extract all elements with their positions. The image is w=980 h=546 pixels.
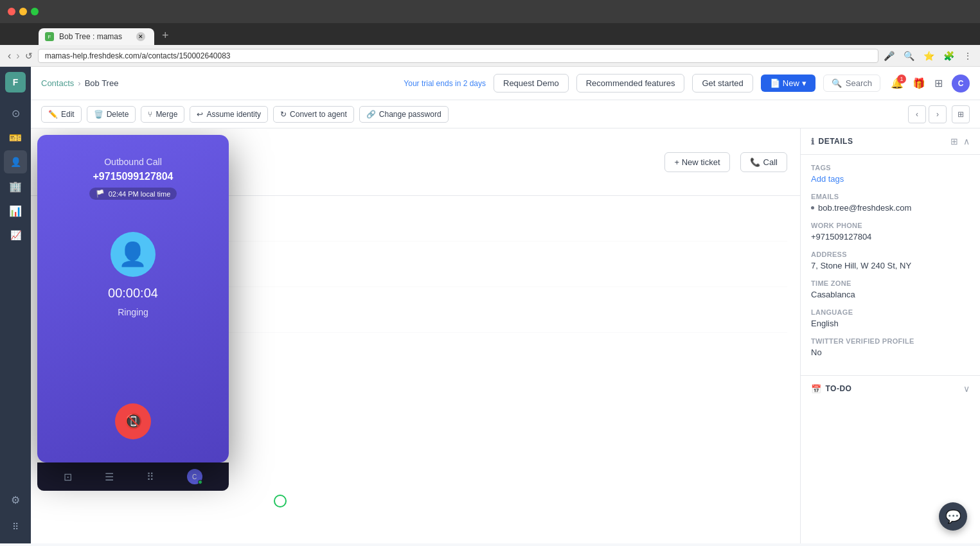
address-value: 7, Stone Hill, W 240 St, NY <box>811 261 970 270</box>
breadcrumb-current: Bob Tree <box>85 78 119 88</box>
hangup-button[interactable]: 📵 <box>115 403 151 439</box>
sidebar-item-contacts[interactable]: 👤 <box>4 150 27 173</box>
browser-chrome <box>0 0 980 23</box>
details-panel: ℹ DETAILS ⊞ ∧ Tags Add tags Emails <box>800 128 980 543</box>
top-icons: 🔔 1 🎁 ⊞ C <box>891 75 970 92</box>
traffic-lights <box>8 8 39 15</box>
delete-button[interactable]: 🗑️ Delete <box>87 106 136 123</box>
prev-contact-button[interactable]: ‹ <box>908 105 926 123</box>
todo-title: 📅 TO-DO <box>811 384 851 394</box>
sidebar-item-analytics[interactable]: 📈 <box>4 224 27 247</box>
breadcrumb: Contacts › Bob Tree <box>41 78 118 88</box>
chat-bubble[interactable]: 💬 <box>939 502 967 531</box>
layout-toggle-button[interactable]: ⊞ <box>952 105 970 123</box>
work-phone-label: Work Phone <box>811 222 970 229</box>
active-tab[interactable]: F Bob Tree : mamas ✕ <box>39 28 154 45</box>
todo-header[interactable]: 📅 TO-DO ∨ <box>801 376 980 401</box>
add-tags-link[interactable]: Add tags <box>811 174 970 184</box>
phone-icon: 📞 <box>750 157 760 167</box>
call-avatar-circle: 👤 <box>111 232 156 277</box>
request-demo-button[interactable]: Request Demo <box>494 74 569 92</box>
sidebar-item-settings[interactable]: ⚙ <box>4 488 27 511</box>
tab-close-icon[interactable]: ✕ <box>136 32 145 41</box>
tab-bar: F Bob Tree : mamas ✕ + <box>0 23 980 45</box>
bookmark-icon[interactable]: ⭐ <box>923 51 934 61</box>
details-title: ℹ DETAILS <box>811 137 853 146</box>
details-body: Tags Add tags Emails bob.tree@freshdesk.… <box>801 155 980 375</box>
grid-apps-icon[interactable]: ⠿ <box>147 471 154 483</box>
next-contact-button[interactable]: › <box>929 105 947 123</box>
traffic-green[interactable] <box>31 8 39 15</box>
new-button[interactable]: 📄 New ▾ <box>761 75 815 92</box>
sidebar-item-companies[interactable]: 🏢 <box>4 175 27 198</box>
email-value: bob.tree@freshdesk.com <box>818 203 911 213</box>
work-phone-field: Work Phone +971509127804 <box>811 222 970 242</box>
merge-icon: ⑂ <box>148 110 152 119</box>
traffic-red[interactable] <box>8 8 15 15</box>
sidebar-item-dashboard[interactable]: ⊙ <box>4 101 27 125</box>
reload-button[interactable]: ↺ <box>25 51 33 61</box>
timezone-value: Casablanca <box>811 290 970 299</box>
change-password-button[interactable]: 🔗 Change password <box>359 106 449 123</box>
edit-button[interactable]: ✏️ Edit <box>41 106 82 123</box>
call-number: +9715099127804 <box>93 171 173 182</box>
email-bullet-dot <box>811 206 814 209</box>
todo-collapse-icon: ∨ <box>963 383 970 394</box>
sidebar: F ⊙ 🎫 👤 🏢 📊 📈 ⚙ ⠿ <box>0 67 31 543</box>
search-area[interactable]: 🔍 Search <box>823 75 880 92</box>
extra-icon[interactable]: ⊞ <box>950 136 958 146</box>
list-icon[interactable]: ☰ <box>105 471 114 483</box>
sidebar-logo: F <box>5 72 26 92</box>
address-field: Address 7, Stone Hill, W 240 St, NY <box>811 251 970 270</box>
gift-icon[interactable]: 🎁 <box>913 77 925 89</box>
flag-icon: 🏳️ <box>96 189 105 198</box>
emails-label: Emails <box>811 193 970 200</box>
top-bar: Contacts › Bob Tree Your trial ends in 2… <box>31 67 980 100</box>
taskbar-avatar[interactable]: C <box>187 469 202 484</box>
breadcrumb-separator: › <box>78 78 80 88</box>
work-phone-value: +971509127804 <box>811 232 970 242</box>
timezone-label: Time Zone <box>811 279 970 287</box>
timezone-field: Time Zone Casablanca <box>811 279 970 299</box>
new-tab-button[interactable]: + <box>157 26 174 45</box>
address-bar: ‹ › ↺ 🎤 🔍 ⭐ 🧩 ⋮ <box>0 45 980 67</box>
address-bar-icons: 🎤 🔍 ⭐ 🧩 ⋮ <box>884 51 972 61</box>
language-label: Language <box>811 308 970 316</box>
merge-button[interactable]: ⑂ Merge <box>141 106 184 123</box>
menu-icon[interactable]: ⋮ <box>963 51 972 61</box>
breadcrumb-contacts-link[interactable]: Contacts <box>41 78 74 88</box>
sidebar-item-grid[interactable]: ⠿ <box>4 515 27 538</box>
document-icon: 📄 <box>770 78 780 88</box>
traffic-yellow[interactable] <box>19 8 27 15</box>
back-button[interactable]: ‹ <box>8 50 11 62</box>
call-type-label: Outbound Call <box>104 157 162 167</box>
collapse-icon[interactable]: ∧ <box>963 136 970 146</box>
url-input[interactable] <box>38 49 878 63</box>
sidebar-item-tickets[interactable]: 🎫 <box>4 126 27 149</box>
new-ticket-button[interactable]: + New ticket <box>664 152 729 172</box>
sidebar-item-reports[interactable]: 📊 <box>4 199 27 222</box>
forward-button[interactable]: › <box>16 50 19 62</box>
call-avatar-area: 👤 00:00:04 Ringing <box>108 232 158 317</box>
extensions-icon[interactable]: 🧩 <box>943 51 954 61</box>
user-avatar[interactable]: C <box>952 75 970 92</box>
emails-field: Emails bob.tree@freshdesk.com <box>811 193 970 213</box>
call-popup: Outbound Call +9715099127804 🏳️ 02:44 PM… <box>37 135 229 462</box>
notifications-icon[interactable]: 🔔 1 <box>891 77 904 89</box>
window-icon[interactable]: ⊡ <box>64 471 72 483</box>
convert-icon: ↻ <box>280 110 287 119</box>
tags-field: Tags Add tags <box>811 164 970 184</box>
assume-identity-button[interactable]: ↩ Assume identity <box>190 106 268 123</box>
todo-section: 📅 TO-DO ∨ <box>801 375 980 401</box>
mic-icon[interactable]: 🎤 <box>884 51 895 61</box>
convert-to-agent-button[interactable]: ↻ Convert to agent <box>273 106 354 123</box>
tab-title: Bob Tree : mamas <box>59 32 131 41</box>
call-button[interactable]: 📞 Call <box>740 152 787 172</box>
details-panel-header: ℹ DETAILS ⊞ ∧ <box>801 128 980 155</box>
recommended-features-button[interactable]: Recommended features <box>576 74 685 92</box>
search-icon[interactable]: 🔍 <box>904 51 914 61</box>
identity-icon: ↩ <box>197 110 203 119</box>
grid-icon[interactable]: ⊞ <box>934 77 943 89</box>
action-bar: ✏️ Edit 🗑️ Delete ⑂ Merge ↩ Assume ident… <box>31 100 980 128</box>
get-started-button[interactable]: Get started <box>692 74 753 92</box>
